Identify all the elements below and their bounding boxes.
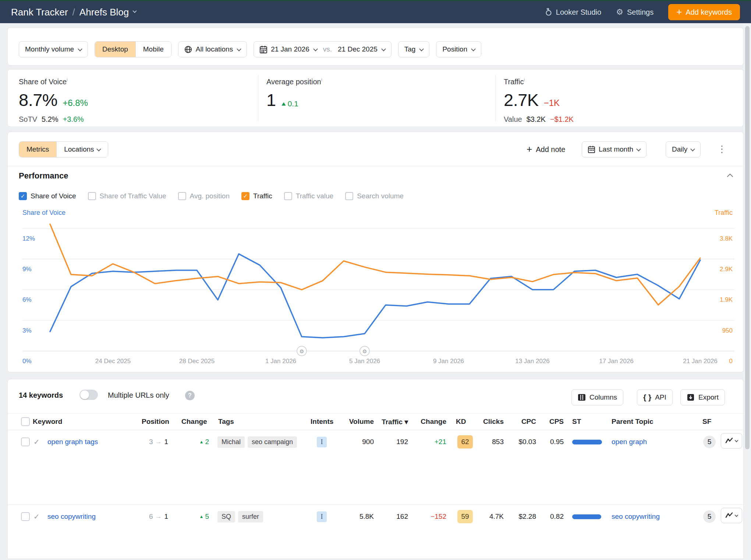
row-actions-cell[interactable] bbox=[721, 509, 742, 522]
granularity-button[interactable]: Daily bbox=[666, 141, 701, 157]
traffic-cell: 192 bbox=[359, 435, 408, 449]
metric-value: 1 bbox=[266, 90, 276, 110]
add-keywords-button[interactable]: + Add keywords bbox=[668, 4, 740, 20]
parent-topic-link[interactable]: open graph bbox=[612, 438, 647, 446]
metric-traffic: Traffici 2.7K −1K Value $3.2K −$1.2K bbox=[504, 70, 574, 127]
locations-dropdown[interactable]: All locations bbox=[178, 41, 247, 57]
column-header-change[interactable]: Change bbox=[409, 418, 446, 426]
columns-button[interactable]: Columns bbox=[571, 389, 623, 405]
info-icon[interactable]: i bbox=[524, 77, 525, 82]
select-all-checkbox[interactable] bbox=[21, 417, 30, 426]
metric-toggle-avg-position[interactable]: Avg. position bbox=[178, 192, 230, 200]
chevron-down-icon bbox=[78, 46, 82, 51]
parent-topic-link[interactable]: seo copywriting bbox=[612, 513, 660, 521]
metric-toggle-label: Share of Voice bbox=[31, 192, 76, 200]
checkbox-unchecked-icon[interactable] bbox=[88, 192, 96, 200]
column-header-cps[interactable]: CPS bbox=[530, 418, 564, 426]
parent-topic-cell[interactable]: open graph bbox=[612, 435, 647, 449]
column-header-sf[interactable]: SF bbox=[702, 418, 711, 426]
sf-cell: 5 bbox=[703, 510, 716, 523]
nav-settings[interactable]: ⚙ Settings bbox=[616, 7, 653, 17]
device-option-mobile[interactable]: Mobile bbox=[135, 42, 171, 57]
checkbox-unchecked-icon[interactable] bbox=[21, 437, 30, 446]
column-header-change[interactable]: Change bbox=[181, 418, 207, 426]
y-axis-right-tick: 0 bbox=[729, 358, 733, 365]
sub-label: Value bbox=[504, 115, 522, 124]
metric-toggle-traffic[interactable]: ✓Traffic bbox=[241, 192, 272, 200]
checkbox-checked-icon[interactable]: ✓ bbox=[241, 192, 249, 200]
metric-toggle-search-volume[interactable]: Search volume bbox=[345, 192, 404, 200]
metric-toggle-share-of-traffic-value[interactable]: Share of Traffic Value bbox=[88, 192, 166, 200]
tags-cell: Michalseo campaign bbox=[217, 435, 297, 449]
tag-pill[interactable]: SQ bbox=[217, 511, 235, 522]
y-axis-right-tick: 2.9K bbox=[720, 266, 733, 273]
position-dropdown[interactable]: Position bbox=[436, 41, 481, 57]
column-header-tags[interactable]: Tags bbox=[218, 418, 234, 426]
export-button[interactable]: Export bbox=[680, 389, 725, 405]
checkbox-unchecked-icon[interactable] bbox=[21, 512, 30, 521]
checkbox-unchecked-icon[interactable] bbox=[345, 192, 353, 200]
sparkline-button[interactable] bbox=[721, 508, 742, 523]
chevron-down-icon[interactable] bbox=[313, 46, 318, 51]
info-icon[interactable]: i bbox=[321, 77, 322, 82]
y-axis-left-tick: 6% bbox=[22, 296, 32, 303]
checkbox-checked-icon[interactable]: ✓ bbox=[19, 192, 27, 200]
divider bbox=[8, 166, 743, 166]
checkbox-unchecked-icon[interactable] bbox=[284, 192, 292, 200]
metric-label: Traffic bbox=[504, 78, 524, 86]
page-scrollbar[interactable] bbox=[744, 23, 751, 560]
volume-mode-dropdown[interactable]: Monthly volume bbox=[19, 41, 88, 57]
position-change: ▲2 bbox=[199, 438, 209, 446]
column-header-parent-topic[interactable]: Parent Topic bbox=[612, 418, 653, 426]
device-option-desktop[interactable]: Desktop bbox=[95, 42, 135, 57]
position-from: 6 bbox=[149, 513, 153, 521]
column-header-keyword[interactable]: Keyword bbox=[33, 418, 62, 426]
chevron-down-icon[interactable] bbox=[133, 9, 137, 13]
row-checkbox[interactable] bbox=[21, 435, 30, 449]
add-note-button[interactable]: + Add note bbox=[527, 141, 565, 157]
multiple-urls-toggle[interactable] bbox=[79, 390, 98, 400]
keyword-link[interactable]: seo copywriting bbox=[47, 513, 96, 521]
intent-badge: I bbox=[317, 437, 327, 447]
metric-value: 8.7% bbox=[19, 90, 57, 110]
chevron-down-icon bbox=[471, 46, 476, 51]
divider bbox=[495, 75, 496, 121]
table-row[interactable]: ✓open graph tags3→1▲2Michalseo campaignI… bbox=[8, 430, 743, 505]
scrollbar-thumb[interactable] bbox=[745, 26, 750, 449]
column-header-traffic[interactable]: Traffic ▾ bbox=[359, 418, 408, 426]
column-header-intents[interactable]: Intents bbox=[311, 418, 333, 426]
date-current[interactable]: 21 Jan 2026 bbox=[271, 45, 309, 53]
checkbox-unchecked-icon[interactable] bbox=[178, 192, 186, 200]
parent-topic-cell[interactable]: seo copywriting bbox=[612, 510, 660, 523]
date-range-button[interactable]: Last month bbox=[582, 141, 647, 157]
performance-chart[interactable]: 0%03%9506%1.9K9%2.9K12%3.8KShare of Voic… bbox=[19, 208, 736, 366]
metric-toggle-traffic-value[interactable]: Traffic value bbox=[284, 192, 333, 200]
metric-toggle-share-of-voice[interactable]: ✓Share of Voice bbox=[19, 192, 76, 200]
more-options-icon[interactable]: ⋮ bbox=[717, 143, 727, 155]
tag-pill[interactable]: surfer bbox=[238, 511, 263, 522]
table-row[interactable]: ✓seo copywriting6→1▲5SQsurferI5.8K162−15… bbox=[8, 505, 743, 559]
info-icon[interactable]: i bbox=[67, 77, 68, 82]
sub-value: 5.2% bbox=[42, 115, 59, 124]
row-checkbox[interactable] bbox=[21, 510, 30, 523]
collapse-section-icon[interactable] bbox=[727, 173, 733, 177]
column-header-st[interactable]: ST bbox=[572, 418, 581, 426]
help-icon[interactable]: ? bbox=[185, 391, 195, 400]
tag-pill[interactable]: seo campaign bbox=[248, 436, 297, 448]
breadcrumb-project[interactable]: Ahrefs Blog bbox=[79, 7, 129, 18]
keywords-table-card: 14 keywords Multiple URLs only ? Columns… bbox=[7, 379, 744, 559]
breadcrumb-app[interactable]: Rank Tracker bbox=[11, 7, 68, 18]
keyword-cell[interactable]: open graph tags bbox=[47, 435, 98, 449]
api-button[interactable]: { } API bbox=[637, 389, 673, 405]
chevron-down-icon[interactable] bbox=[381, 46, 386, 51]
keyword-cell[interactable]: seo copywriting bbox=[47, 510, 96, 523]
column-header-position[interactable]: Position bbox=[142, 418, 169, 426]
date-compare[interactable]: 21 Dec 2025 bbox=[338, 45, 378, 53]
row-actions-cell[interactable] bbox=[721, 434, 742, 447]
nav-looker-studio[interactable]: Looker Studio bbox=[545, 8, 601, 17]
sparkline-button[interactable] bbox=[721, 433, 742, 449]
gear-icon: ⚙ bbox=[300, 348, 304, 354]
tag-pill[interactable]: Michal bbox=[217, 436, 245, 448]
keyword-link[interactable]: open graph tags bbox=[47, 438, 98, 446]
tag-dropdown[interactable]: Tag bbox=[398, 41, 430, 57]
